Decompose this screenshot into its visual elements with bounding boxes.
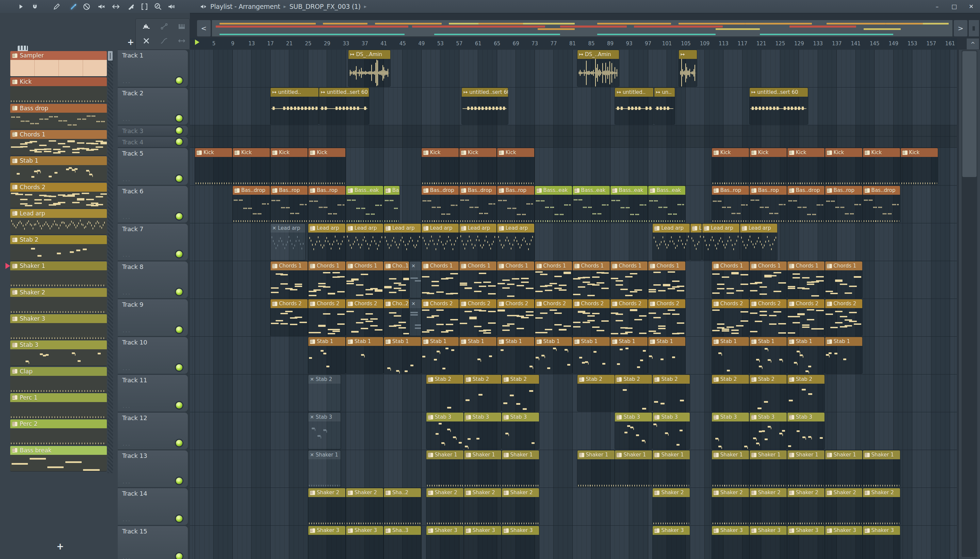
pattern-clip[interactable]: Stab 1 — [825, 337, 862, 374]
pattern-clip[interactable]: Stab 1 — [346, 337, 383, 374]
tab-delete-clips[interactable] — [140, 36, 152, 46]
mute-led[interactable] — [176, 127, 182, 134]
track-header[interactable]: Track 13··· — [118, 450, 188, 487]
pattern-clip[interactable]: Bass..eak — [572, 186, 610, 222]
track-header[interactable]: Track 9··· — [118, 299, 188, 336]
pattern-clip[interactable]: Shaker 3 — [787, 526, 825, 559]
audio-clip[interactable]: ↦untitled.. — [271, 88, 318, 124]
vertical-scrollbar-thumb[interactable] — [962, 51, 977, 177]
pattern-clip[interactable]: Stab 2 — [787, 375, 825, 411]
pattern-clip[interactable]: Kick — [825, 148, 862, 185]
audio-clip[interactable]: ↦untitled.. — [615, 88, 653, 124]
picker-item[interactable]: Bass drop — [10, 104, 107, 129]
pattern-clip[interactable]: Bas..rop — [308, 186, 345, 222]
pattern-clip[interactable]: Shaker 2 — [750, 488, 787, 524]
pattern-clip[interactable]: Bas..drop — [233, 186, 270, 222]
pattern-clip[interactable]: Stab 3 — [750, 413, 787, 449]
add-picker-item-button[interactable]: + — [56, 541, 64, 551]
pattern-clip[interactable]: Stab 2 — [615, 375, 652, 411]
pattern-clip[interactable]: Shaker 1 — [825, 450, 862, 487]
pattern-clip[interactable]: Bas..rop — [497, 186, 534, 222]
tab-stretch-tool[interactable] — [176, 36, 188, 46]
pattern-clip[interactable]: Bas..drop — [422, 186, 459, 222]
picker-item[interactable]: Bass break — [10, 446, 107, 471]
audio-clip[interactable]: ↦un.. — [654, 88, 675, 124]
pattern-clip[interactable]: Kick — [459, 148, 497, 185]
pattern-clip[interactable]: Chords 1 — [459, 261, 497, 298]
pattern-clip[interactable]: Chords 1 — [610, 261, 648, 298]
pattern-clip[interactable]: Lead arp — [653, 224, 690, 260]
pattern-clip[interactable]: Bas..drop — [863, 186, 900, 222]
pattern-clip[interactable]: Chords 2 — [346, 299, 383, 336]
pattern-clip[interactable]: Stab 1 — [497, 337, 534, 374]
mute-led[interactable] — [176, 440, 182, 446]
timeline-ruler[interactable]: 5913172125293337414549535761656973778185… — [190, 38, 957, 50]
pattern-clip[interactable]: Stab 3 — [464, 413, 501, 449]
picker-item[interactable]: Chords 2 — [10, 183, 107, 208]
pattern-clip[interactable]: L.. — [690, 224, 702, 260]
pattern-clip[interactable]: Chords 2 — [750, 299, 787, 336]
pattern-clip[interactable]: Chords 2 — [648, 299, 685, 336]
pattern-clip[interactable]: Shaker 1 — [750, 450, 787, 487]
audio-clip[interactable]: ↦ — [679, 50, 697, 86]
picker-item[interactable]: Shaker 1 — [10, 261, 107, 287]
pattern-clip[interactable]: Lead arp — [346, 224, 383, 260]
pattern-clip[interactable]: Chords 1 — [825, 261, 862, 298]
scroll-up-button[interactable]: ^ — [967, 38, 979, 50]
pattern-clip[interactable]: Chords 1 — [712, 261, 749, 298]
picker-item[interactable]: Shaker 3 — [10, 314, 107, 339]
track-header[interactable]: Track 4 — [118, 137, 188, 147]
track-header[interactable]: Track 8··· — [118, 261, 188, 298]
pattern-clip[interactable]: Shaker 3 — [502, 526, 539, 559]
pattern-clip[interactable]: Kick — [497, 148, 534, 185]
tab-audio-clips[interactable] — [140, 22, 152, 31]
mute-led[interactable] — [176, 515, 182, 522]
pattern-clip[interactable]: Stab 3 — [712, 413, 749, 449]
audio-clip[interactable]: ↦DS_..Amin — [348, 50, 390, 86]
pattern-clip[interactable]: Stab 3 — [653, 413, 690, 449]
pattern-clip[interactable]: ✕Stab 3 — [308, 413, 341, 449]
pattern-clip[interactable]: Kick — [787, 148, 825, 185]
pattern-clip[interactable]: Shaker 2 — [308, 488, 345, 524]
pattern-clip[interactable]: Lead arp — [459, 224, 497, 260]
pattern-clip[interactable]: Chords 1 — [271, 261, 308, 298]
pattern-clip[interactable]: Stab 3 — [787, 413, 825, 449]
pattern-clip[interactable]: Chords 1 — [346, 261, 383, 298]
pattern-clip[interactable]: Lead arp — [702, 224, 739, 260]
mute-led[interactable] — [176, 175, 182, 182]
pattern-clip[interactable]: Bas..rop — [712, 186, 749, 222]
pattern-clip[interactable]: Shaker 1 — [464, 450, 501, 487]
breadcrumb[interactable]: Playlist - Arrangement ▸ SUB_DROP_FX_003… — [199, 0, 370, 13]
pattern-clip[interactable]: Kick — [308, 148, 345, 185]
pattern-clip[interactable]: Bas..rop — [825, 186, 862, 222]
breadcrumb-arrangement[interactable]: SUB_DROP_FX_003 (1) — [290, 3, 361, 10]
pattern-clip[interactable]: Kick — [422, 148, 459, 185]
pattern-clip[interactable]: Stab 2 — [653, 375, 690, 411]
pattern-clip[interactable]: Shaker 2 — [863, 488, 900, 524]
track-header[interactable]: Track 15··· — [118, 526, 188, 559]
track-header[interactable]: Track 10··· — [118, 337, 188, 374]
mute-led[interactable] — [176, 251, 182, 257]
pattern-clip[interactable]: Ba..k — [384, 186, 400, 222]
pattern-clip[interactable]: Kick — [901, 148, 938, 185]
picker-item[interactable]: Clap — [10, 367, 107, 392]
pattern-clip[interactable]: Shaker 1 — [502, 450, 539, 487]
pattern-clip[interactable]: Chords 1 — [648, 261, 685, 298]
maximize-button[interactable]: □ — [950, 3, 958, 10]
pattern-clip[interactable]: Stab 1 — [422, 337, 459, 374]
picker-item[interactable]: Sampler — [10, 51, 107, 76]
pattern-clip[interactable]: Stab 1 — [648, 337, 685, 374]
pattern-clip[interactable]: Stab 1 — [572, 337, 610, 374]
picker-scrollbar-thumb[interactable] — [108, 51, 113, 61]
pattern-clip[interactable]: Shaker 2 — [712, 488, 749, 524]
pattern-clip[interactable]: Bass..eak — [346, 186, 383, 222]
pattern-clip[interactable]: Lead arp — [422, 224, 459, 260]
pattern-clip[interactable]: Chords 2 — [422, 299, 459, 336]
pattern-clip[interactable]: Kick — [271, 148, 308, 185]
pattern-clip[interactable]: Shaker 2 — [502, 488, 539, 524]
pattern-clip[interactable]: Stab 2 — [426, 375, 464, 411]
pattern-clip[interactable]: Chords 2 — [271, 299, 308, 336]
track-header[interactable]: Track 1··· — [118, 50, 188, 87]
slide-tool-icon[interactable] — [111, 2, 120, 11]
breadcrumb-window[interactable]: Playlist - Arrangement — [210, 3, 280, 10]
